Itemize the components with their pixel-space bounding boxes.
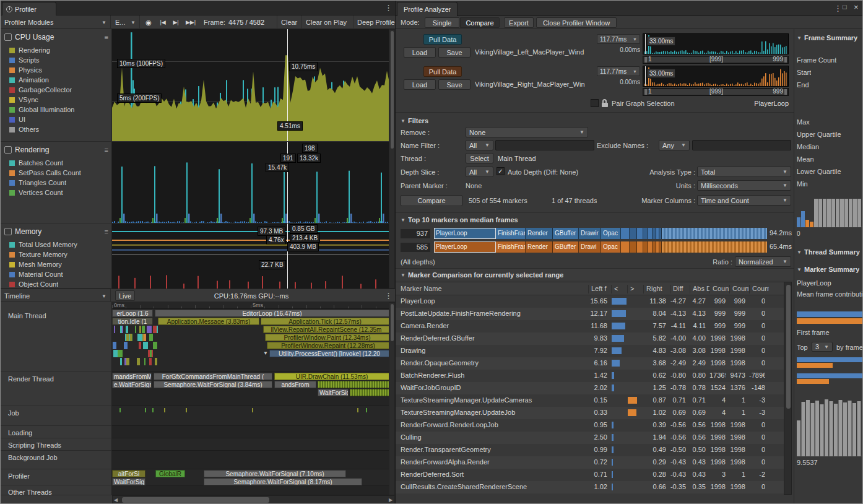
table-row[interactable]: RenderForward.RenderLoopJob0.950.39-0.56… <box>396 419 784 432</box>
timeline-span[interactable]: e.WaitForSignal <box>112 381 152 388</box>
thread-row[interactable] <box>112 406 389 426</box>
legend-item[interactable]: Batches Count <box>9 158 108 168</box>
memory-plot[interactable] <box>112 224 389 289</box>
profiler-window-menu-icon[interactable]: ⋮ <box>384 3 392 12</box>
top10-segment[interactable]: FinishFram <box>496 228 526 239</box>
timeline-fragment[interactable] <box>141 334 142 341</box>
thread-label-main-thread[interactable]: Main Thread <box>1 309 112 372</box>
legend-item[interactable]: Object Count <box>9 279 108 289</box>
timeline-span[interactable]: ForGfxCommandsFromMainThread ( <box>154 373 272 380</box>
top10-segment[interactable]: GBuffer <box>553 241 579 253</box>
name-filter-dropdown[interactable]: All ▼ <box>466 140 493 150</box>
save-button[interactable]: Save <box>438 47 471 58</box>
timeline-fragment[interactable] <box>149 334 153 341</box>
top10-row[interactable]: 585PlayerLoopFinishFranRenderGBufferDraw… <box>396 241 863 253</box>
legend-item[interactable]: Scripts <box>9 55 108 65</box>
timeline-span[interactable]: WaitForSig <box>318 389 349 396</box>
pull-data-button[interactable]: Pull Data <box>423 34 462 45</box>
timeline-span[interactable]: Semaphore.WaitForSignal (7.10ms) <box>204 470 346 477</box>
thread-label-other-threads[interactable]: Other Threads <box>1 485 112 495</box>
timeline-fragment[interactable] <box>119 408 121 412</box>
thread-row[interactable] <box>112 438 389 451</box>
thread-label-job[interactable]: Job <box>1 406 112 426</box>
timeline-span[interactable]: WaitForSig <box>112 478 145 485</box>
module-header-rendering[interactable]: Rendering≡ <box>4 144 108 155</box>
name-filter-input[interactable] <box>495 140 594 150</box>
table-row[interactable]: RenderForwardAlpha.Render0.720.29-0.430.… <box>396 456 784 469</box>
legend-item[interactable]: Mesh Memory <box>9 259 108 269</box>
legend-item[interactable]: Global Illumination <box>9 105 108 115</box>
timeline-fragment[interactable] <box>145 408 146 412</box>
module-options-icon[interactable]: ≡ <box>105 146 108 154</box>
timeline-fragment[interactable] <box>135 326 136 333</box>
load-button[interactable]: Load <box>404 47 436 58</box>
top10-bar[interactable]: PlayerLoopFinishFranRenderGBufferDrawiOp… <box>434 241 767 253</box>
top10-segment[interactable] <box>630 241 637 253</box>
frame-time-graph[interactable]: 33.00ms <box>643 33 789 54</box>
frame-range-slider[interactable]: 1[999]999 <box>643 56 789 64</box>
ratio-dropdown[interactable]: Normalized ▼ <box>735 256 791 267</box>
timeline-span[interactable]: Semaphore.WaitForSignal (8.17ms) <box>204 478 362 485</box>
load-button[interactable]: Load <box>404 79 436 90</box>
timeline-fragment[interactable] <box>164 408 165 412</box>
marker-summary-foldout-icon[interactable]: ▼ <box>797 267 802 272</box>
table-row[interactable]: Culling2.501.94-0.560.56199819980 <box>396 432 784 444</box>
column-header[interactable]: Marker Name <box>398 285 588 293</box>
timeline-fragment[interactable] <box>120 326 122 333</box>
charts-scrollbar-thumb[interactable] <box>391 31 394 149</box>
top10-segment[interactable]: Drawi <box>579 241 601 253</box>
top10-foldout-icon[interactable]: ▼ <box>401 217 405 223</box>
scroll-right-icon[interactable]: ▶ <box>389 497 392 503</box>
legend-item[interactable]: Physics <box>9 65 108 75</box>
timeline-fragment[interactable] <box>144 358 145 365</box>
depth-slice-dropdown[interactable]: All ▼ <box>466 167 493 177</box>
timeline-fragment[interactable] <box>137 358 140 365</box>
thread-row[interactable] <box>112 485 389 495</box>
timeline-fragment[interactable] <box>125 342 128 349</box>
module-header-memory[interactable]: Memory≡ <box>4 226 108 237</box>
thread-summary-title[interactable]: Thread Summary <box>804 248 860 256</box>
max-time-dropdown[interactable]: 117.77ms▼ <box>597 34 640 44</box>
cpu-usage-plot[interactable] <box>112 29 389 142</box>
timeline-fragment[interactable] <box>126 326 128 333</box>
filters-foldout-icon[interactable]: ▼ <box>401 118 405 124</box>
pull-data-button[interactable]: Pull Data <box>423 66 462 77</box>
timeline-menu-icon[interactable]: ⋮ <box>384 291 392 300</box>
auto-depth-checkbox[interactable]: ✓ <box>497 167 505 175</box>
legend-item[interactable]: Rendering <box>9 45 108 55</box>
column-header[interactable]: Count <box>729 285 749 293</box>
table-row[interactable]: Render.TransparentGeometry0.990.49-0.500… <box>396 444 784 456</box>
top10-segment[interactable] <box>648 241 653 253</box>
clear-button[interactable]: Clear <box>277 15 300 29</box>
timeline-fragment[interactable] <box>155 358 157 365</box>
thread-summary-foldout-icon[interactable]: ▼ <box>797 250 802 255</box>
top10-segment[interactable]: Render <box>526 228 553 239</box>
timeline-span[interactable]: GlobalR <box>155 470 185 477</box>
top10-segment[interactable] <box>643 228 648 239</box>
table-row[interactable]: TextureStreamingManager.UpdateCameras0.1… <box>396 394 784 407</box>
table-row[interactable]: RenderDeferred.GBuffer9.835.82-4.004.001… <box>396 332 784 345</box>
legend-item[interactable]: Total Used Memory <box>9 240 108 250</box>
legend-item[interactable]: VSync <box>9 95 108 105</box>
exclude-names-input[interactable] <box>692 140 791 150</box>
timeline-fragment[interactable] <box>126 358 129 365</box>
top10-segment[interactable] <box>643 241 648 253</box>
comparison-scrollbar[interactable] <box>784 282 792 495</box>
compare-button[interactable]: Compare <box>401 195 462 206</box>
top10-bar[interactable]: PlayerLoopFinishFramRenderGBufferDrawirO… <box>434 228 767 239</box>
timeline-scrollbar-thumb[interactable] <box>391 304 394 341</box>
table-row[interactable]: BatchRenderer.Flush1.420.62-0.800.801736… <box>396 370 784 382</box>
timeline-span[interactable]: ProfilerWindow.Paint (12.34ms) <box>265 334 389 341</box>
thread-label-scripting-threads[interactable]: Scripting Threads <box>1 438 112 451</box>
top-n-dropdown[interactable]: 3 ▼ <box>812 342 833 352</box>
top10-segment[interactable]: GBuffer <box>553 228 579 239</box>
timeline-scrollbar[interactable] <box>389 302 395 495</box>
legend-item[interactable]: Material Count <box>9 269 108 279</box>
deep-profile-button[interactable]: Deep Profile <box>353 15 395 29</box>
module-header-cpu-usage[interactable]: CPU Usage≡ <box>4 32 108 43</box>
editor-target-dropdown[interactable]: E... ▼ <box>111 15 140 29</box>
timeline-span[interactable]: llView.RepaintAll.RepaintScene (12.35m <box>263 326 389 333</box>
timeline-fragment[interactable] <box>366 408 367 412</box>
table-row[interactable]: PostLateUpdate.FinishFrameRendering12.17… <box>396 308 784 320</box>
table-row[interactable]: Camera.Render11.687.57-4.114.119999990 <box>396 320 784 332</box>
